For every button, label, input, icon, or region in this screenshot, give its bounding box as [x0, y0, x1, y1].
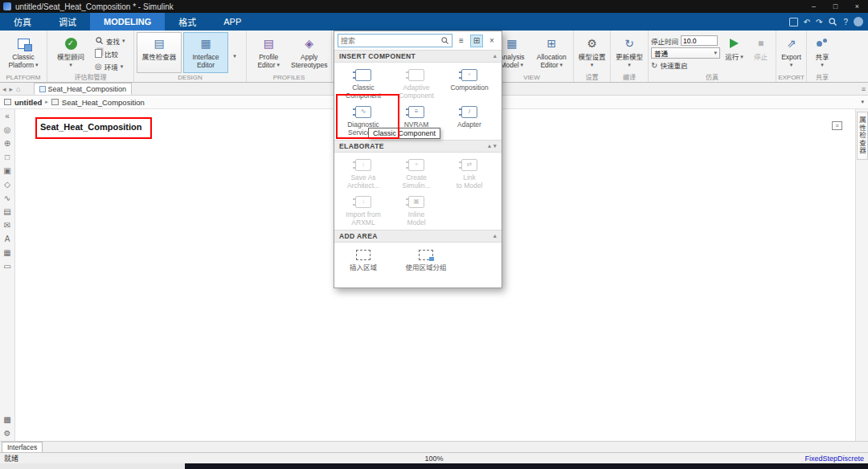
mark-icon[interactable]: ◇	[4, 181, 10, 189]
update-model-button[interactable]: ↻ 更新模型 ▾	[613, 32, 645, 73]
list-view-button[interactable]: ≡	[455, 35, 468, 47]
forward-icon[interactable]: ▸	[10, 85, 14, 93]
apply-stereotypes-button[interactable]: ◈ Apply Stereotypes	[290, 32, 330, 73]
gallery-item-save-as-architecture[interactable]: ↓ Save As Architect...	[337, 154, 390, 191]
environment-button[interactable]: ◎ 环境 ▾	[93, 60, 127, 72]
interfaces-tab[interactable]: Interfaces	[2, 442, 43, 452]
gallery-search-input[interactable]	[341, 37, 440, 45]
property-inspector-side-tab[interactable]: 属性检查器	[857, 112, 868, 160]
interface-editor-button[interactable]: ▦ Interface Editor	[183, 32, 228, 73]
gallery-item-inline-model[interactable]: ▣ Inline Model	[390, 191, 443, 228]
navigate-up-icon[interactable]: ⌂	[16, 85, 20, 93]
gallery-item-import-from-arxml[interactable]: ↓ Import from ARXML	[337, 191, 390, 228]
gallery-item-insert-area[interactable]: 插入区域	[337, 244, 390, 281]
solver-name[interactable]: FixedStepDiscrete	[805, 455, 864, 463]
model-settings-button[interactable]: ⚙ 模型设置 ▾	[576, 32, 608, 73]
elaborate-grid: ↓ Save As Architect... + Create Simulin.…	[334, 153, 502, 230]
search-icon[interactable]	[828, 17, 837, 27]
adapter-icon: /	[461, 106, 477, 118]
sim-mode-dropdown[interactable]: 普通 ▾	[651, 47, 720, 59]
section-label-simulate: 仿真	[649, 72, 776, 81]
breadcrumb-root[interactable]: untitled	[14, 98, 42, 107]
table-icon[interactable]: ▤	[3, 208, 10, 216]
hide-palette-icon[interactable]: «	[5, 112, 10, 120]
breadcrumb-separator-icon: ▸	[45, 99, 48, 105]
fit-view-icon[interactable]: □	[5, 153, 10, 161]
classic-platform-button[interactable]: Classic Platform▾	[2, 32, 44, 73]
image-icon[interactable]: ▦	[3, 249, 10, 257]
tab-modeling[interactable]: MODELING	[90, 13, 165, 31]
profile-editor-button[interactable]: ▤ Profile Editor▾	[249, 32, 289, 73]
gallery-item-classic-component[interactable]: Classic Component	[337, 64, 390, 101]
export-button[interactable]: ⇗ Export ▾	[779, 32, 804, 73]
inline-model-icon: ▣	[408, 196, 424, 208]
expand-section-icon[interactable]: ▾	[493, 143, 497, 149]
annotation-icon[interactable]: A	[5, 235, 10, 243]
fast-restart-icon: ↻	[651, 61, 657, 70]
signal-icon[interactable]: ∿	[4, 194, 10, 202]
chevron-down-icon: ▾	[233, 53, 236, 73]
allocation-editor-button[interactable]: ⊞ Allocation Editor▾	[533, 32, 571, 73]
gallery-item-composition[interactable]: ▫ Composition	[443, 64, 496, 101]
gallery-item-link-to-model[interactable]: ⇄ Link to Model	[443, 154, 496, 191]
section-design: ▤ 属性检查器 ▦ Interface Editor ▾ DESIGN	[134, 31, 247, 82]
collapse-section-icon[interactable]: ▴	[488, 143, 491, 149]
property-inspector-button[interactable]: ▤ 属性检查器	[137, 32, 182, 73]
collapse-section-icon[interactable]: ▴	[493, 53, 497, 59]
redo-icon[interactable]: ↷	[816, 18, 822, 27]
insert-component-header: INSERT COMPONENT ▴	[334, 50, 502, 63]
compare-button[interactable]: 比较	[93, 47, 127, 59]
document-tab[interactable]: Seat_Heat_Composition	[34, 83, 133, 95]
tab-list-menu-icon[interactable]: ≡	[862, 85, 866, 93]
update-model-label: 更新模型	[616, 53, 643, 61]
minimize-button[interactable]: –	[803, 0, 825, 13]
back-icon[interactable]: ◂	[2, 85, 6, 93]
area-icon[interactable]: ▭	[3, 263, 10, 271]
component-icon	[355, 69, 371, 81]
user-avatar[interactable]	[854, 17, 863, 27]
sim-mode-value: 普通	[654, 48, 668, 58]
insert-area-icon	[356, 250, 371, 260]
breadcrumb-current[interactable]: Seat_Heat_Composition	[62, 98, 145, 107]
highlight-icon[interactable]: ▣	[3, 167, 10, 175]
explore-icon[interactable]: ◎	[4, 126, 11, 134]
run-button[interactable]: 运行▾	[722, 32, 747, 73]
screenshot-icon[interactable]: ▩	[3, 416, 10, 424]
undo-icon[interactable]: ↶	[804, 18, 810, 27]
bottom-tab-row: Interfaces	[0, 441, 868, 452]
zoom-icon[interactable]: ⊕	[4, 140, 10, 148]
stop-button[interactable]: ■ 停止	[748, 32, 773, 73]
save-icon[interactable]	[789, 18, 798, 27]
chevron-down-icon: ▾	[122, 38, 125, 44]
legend-badge-icon[interactable]: ≡	[832, 121, 842, 130]
close-button[interactable]: ×	[846, 0, 868, 13]
gallery-item-adapter[interactable]: / Adapter	[443, 101, 496, 138]
allocation-editor-label-1: Allocation	[537, 53, 567, 61]
gallery-item-create-simulink[interactable]: + Create Simulin...	[390, 154, 443, 191]
fast-restart-toggle[interactable]: ↻ 快速重启	[651, 60, 720, 70]
tab-app[interactable]: APP	[210, 13, 255, 31]
tab-simulation[interactable]: 仿真	[0, 13, 45, 31]
apply-stereotypes-icon: ◈	[305, 35, 313, 52]
tab-debug[interactable]: 调试	[45, 13, 90, 31]
gallery-item-group-with-area[interactable]: 使用区域分组	[390, 244, 462, 281]
breadcrumb-dropdown-icon[interactable]: ▾	[861, 99, 864, 105]
search-icon	[440, 36, 449, 45]
find-button[interactable]: 查找 ▾	[93, 35, 127, 47]
help-icon[interactable]: ?	[843, 18, 848, 27]
add-area-header-label: ADD AREA	[339, 232, 378, 240]
gallery-item-adaptive-component[interactable]: Adaptive Component	[390, 64, 443, 101]
design-more-button[interactable]: ▾	[230, 32, 240, 73]
close-gallery-button[interactable]: ×	[485, 35, 498, 47]
maximize-button[interactable]: □	[825, 0, 846, 13]
mail-icon[interactable]: ✉	[4, 222, 10, 230]
gallery-search-box	[338, 34, 452, 47]
tab-format[interactable]: 格式	[165, 13, 210, 31]
share-button[interactable]: 共享 ▾	[809, 32, 835, 73]
collapse-section-icon[interactable]: ▴	[493, 233, 497, 239]
stop-time-input[interactable]	[681, 35, 718, 46]
model-advisor-button[interactable]: ✓ 模型顾问 ▾	[50, 32, 92, 73]
model-root-icon	[4, 99, 11, 105]
grid-view-button[interactable]: ⊞	[470, 35, 483, 47]
palette-settings-icon[interactable]: ⚙	[4, 430, 11, 438]
